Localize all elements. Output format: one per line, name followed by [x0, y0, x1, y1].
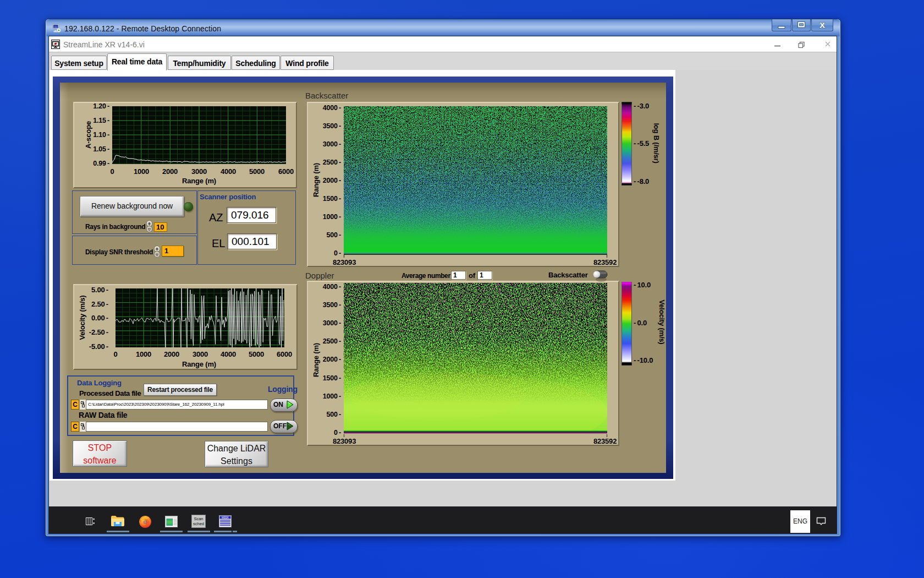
svg-text:X: X: [820, 20, 825, 30]
svg-text:Scan: Scan: [194, 516, 203, 521]
svg-text:sched: sched: [193, 521, 204, 526]
svg-text:WEEK: WEEK: [222, 516, 229, 519]
